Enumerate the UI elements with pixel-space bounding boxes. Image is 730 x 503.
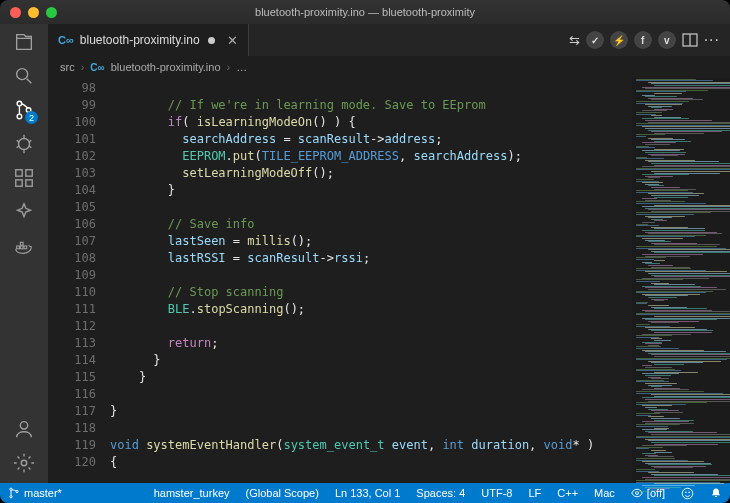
line-number: 110 xyxy=(48,284,110,301)
code-line[interactable]: 106 // Save info xyxy=(48,216,632,233)
git-branch-status[interactable]: master* xyxy=(0,487,70,499)
editor-area: 98 99 // If we're in learning mode. Save… xyxy=(48,78,730,483)
code-line[interactable]: 102 EEPROM.put(TILE_EEPROM_ADDRESS, sear… xyxy=(48,148,632,165)
modified-indicator-icon xyxy=(208,37,215,44)
svg-rect-8 xyxy=(26,170,32,176)
svg-rect-9 xyxy=(17,246,20,249)
arduino-file-icon: C∞ xyxy=(58,34,74,46)
action-check-icon[interactable]: ✓ xyxy=(586,31,604,49)
svg-point-0 xyxy=(17,69,28,80)
source-control-icon[interactable]: 2 xyxy=(12,98,36,122)
code-line[interactable]: 110 // Stop scanning xyxy=(48,284,632,301)
breadcrumb[interactable]: src › C∞ bluetooth-proximity.ino › … xyxy=(48,56,730,78)
tab-bar: C∞ bluetooth-proximity.ino ✕ ⇆ ✓ ⚡ f v ·… xyxy=(48,24,730,56)
line-number: 100 xyxy=(48,114,110,131)
editor-window: { "window": { "title": "bluetooth-proxim… xyxy=(0,0,730,503)
status-indent[interactable]: Spaces: 4 xyxy=(408,487,473,499)
status-cursor-pos[interactable]: Ln 133, Col 1 xyxy=(327,487,408,499)
titlebar: bluetooth-proximity.ino — bluetooth-prox… xyxy=(0,0,730,24)
code-line[interactable]: 101 searchAddress = scanResult->address; xyxy=(48,131,632,148)
branch-name: master* xyxy=(24,487,62,499)
code-line[interactable]: 119void systemEventHandler(system_event_… xyxy=(48,437,632,454)
code-line[interactable]: 104 } xyxy=(48,182,632,199)
close-tab-icon[interactable]: ✕ xyxy=(227,33,238,48)
svg-rect-12 xyxy=(20,242,23,245)
svg-point-4 xyxy=(19,139,30,150)
svg-point-21 xyxy=(685,491,686,492)
svg-point-2 xyxy=(17,114,22,119)
notifications-bell-icon[interactable] xyxy=(702,487,730,499)
status-language[interactable]: C++ xyxy=(549,487,586,499)
line-number: 111 xyxy=(48,301,110,318)
code-editor[interactable]: 98 99 // If we're in learning mode. Save… xyxy=(48,78,632,483)
line-number: 112 xyxy=(48,318,110,335)
line-number: 113 xyxy=(48,335,110,352)
svg-point-22 xyxy=(689,491,690,492)
status-encoding[interactable]: UTF-8 xyxy=(473,487,520,499)
code-line[interactable]: 108 lastRSSI = scanResult->rssi; xyxy=(48,250,632,267)
line-number: 105 xyxy=(48,199,110,216)
code-line[interactable]: 120{ xyxy=(48,454,632,471)
svg-rect-10 xyxy=(20,246,23,249)
code-line[interactable]: 103 setLearningModeOff(); xyxy=(48,165,632,182)
line-number: 108 xyxy=(48,250,110,267)
sparkle-icon[interactable] xyxy=(12,200,36,224)
code-line[interactable]: 100 if( isLearningModeOn() ) { xyxy=(48,114,632,131)
line-number: 107 xyxy=(48,233,110,250)
code-line[interactable]: 116 xyxy=(48,386,632,403)
code-line[interactable]: 105 xyxy=(48,199,632,216)
settings-gear-icon[interactable] xyxy=(12,451,36,475)
code-line[interactable]: 98 xyxy=(48,80,632,97)
code-line[interactable]: 117} xyxy=(48,403,632,420)
debug-icon[interactable] xyxy=(12,132,36,156)
chevron-right-icon: › xyxy=(81,61,85,73)
line-number: 115 xyxy=(48,369,110,386)
line-number: 120 xyxy=(48,454,110,471)
arduino-file-icon: C∞ xyxy=(90,62,104,73)
line-number: 102 xyxy=(48,148,110,165)
line-number: 116 xyxy=(48,386,110,403)
svg-point-14 xyxy=(21,460,27,466)
action-v-icon[interactable]: v xyxy=(658,31,676,49)
svg-rect-11 xyxy=(24,246,27,249)
extensions-icon[interactable] xyxy=(12,166,36,190)
split-editor-icon[interactable] xyxy=(682,32,698,48)
activity-bar: 2 xyxy=(0,24,48,483)
feedback-smiley-icon[interactable] xyxy=(673,487,702,500)
line-number: 101 xyxy=(48,131,110,148)
compare-icon[interactable]: ⇆ xyxy=(569,33,580,48)
code-line[interactable]: 107 lastSeen = millis(); xyxy=(48,233,632,250)
svg-rect-7 xyxy=(26,180,32,186)
status-os[interactable]: Mac xyxy=(586,487,623,499)
status-scope-global[interactable]: (Global Scope) xyxy=(238,487,327,499)
docker-icon[interactable] xyxy=(12,234,36,258)
breadcrumb-segment[interactable]: src xyxy=(60,61,75,73)
code-line[interactable]: 113 return; xyxy=(48,335,632,352)
more-actions-icon[interactable]: ··· xyxy=(704,31,720,49)
line-number: 103 xyxy=(48,165,110,182)
code-line[interactable]: 112 xyxy=(48,318,632,335)
search-icon[interactable] xyxy=(12,64,36,88)
code-line[interactable]: 99 // If we're in learning mode. Save to… xyxy=(48,97,632,114)
action-flash-icon[interactable]: ⚡ xyxy=(610,31,628,49)
window-title: bluetooth-proximity.ino — bluetooth-prox… xyxy=(0,6,730,18)
editor-actions: ⇆ ✓ ⚡ f v ··· xyxy=(569,31,730,49)
status-eol[interactable]: LF xyxy=(520,487,549,499)
svg-point-13 xyxy=(20,422,27,429)
breadcrumb-segment[interactable]: bluetooth-proximity.ino xyxy=(111,61,221,73)
account-icon[interactable] xyxy=(12,417,36,441)
tab-active[interactable]: C∞ bluetooth-proximity.ino ✕ xyxy=(48,24,249,56)
status-scope[interactable]: hamster_turkey xyxy=(146,487,238,499)
line-number: 119 xyxy=(48,437,110,454)
code-line[interactable]: 114 } xyxy=(48,352,632,369)
code-line[interactable]: 118 xyxy=(48,420,632,437)
minimap[interactable] xyxy=(632,78,730,483)
action-f-icon[interactable]: f xyxy=(634,31,652,49)
code-line[interactable]: 115 } xyxy=(48,369,632,386)
scm-badge: 2 xyxy=(25,111,38,124)
svg-point-17 xyxy=(10,496,12,498)
breadcrumb-segment[interactable]: … xyxy=(236,61,247,73)
code-line[interactable]: 109 xyxy=(48,267,632,284)
code-line[interactable]: 111 BLE.stopScanning(); xyxy=(48,301,632,318)
explorer-icon[interactable] xyxy=(12,30,36,54)
